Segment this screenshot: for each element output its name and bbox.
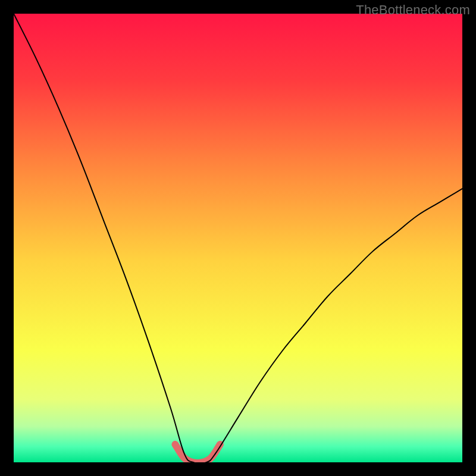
chart-frame: TheBottleneck.com <box>0 0 476 476</box>
watermark: TheBottleneck.com <box>356 2 470 18</box>
plot-area <box>14 14 462 462</box>
plot-svg <box>14 14 462 462</box>
gradient-rect <box>14 14 462 462</box>
